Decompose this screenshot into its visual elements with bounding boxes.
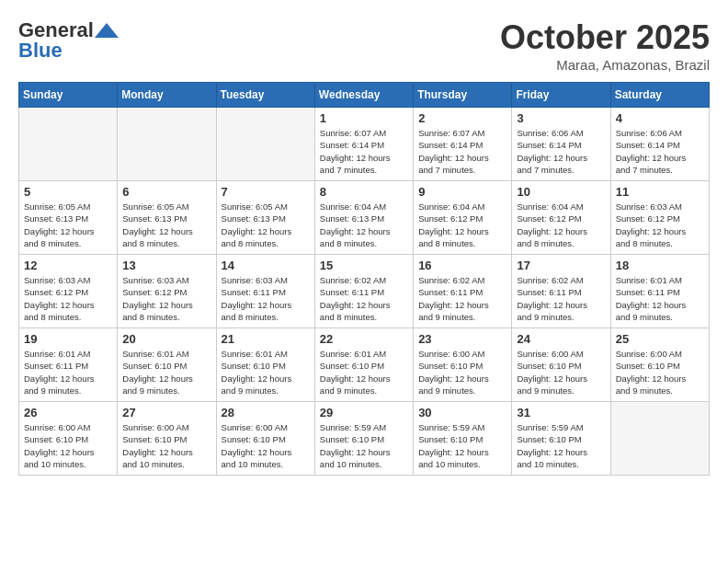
day-number: 31: [517, 406, 605, 419]
col-friday: Friday: [512, 83, 610, 108]
col-saturday: Saturday: [610, 83, 709, 108]
table-row: 18Sunrise: 6:01 AM Sunset: 6:11 PM Dayli…: [610, 255, 709, 328]
calendar-week-row: 12Sunrise: 6:03 AM Sunset: 6:12 PM Dayli…: [19, 255, 710, 328]
day-info: Sunrise: 6:02 AM Sunset: 6:11 PM Dayligh…: [517, 274, 605, 323]
day-number: 10: [517, 185, 605, 199]
day-number: 2: [418, 111, 506, 125]
col-wednesday: Wednesday: [314, 83, 413, 108]
day-number: 17: [517, 259, 605, 272]
day-info: Sunrise: 6:01 AM Sunset: 6:10 PM Dayligh…: [320, 348, 408, 396]
day-number: 27: [122, 406, 210, 419]
day-info: Sunrise: 5:59 AM Sunset: 6:10 PM Dayligh…: [320, 421, 408, 470]
day-info: Sunrise: 6:06 AM Sunset: 6:14 PM Dayligh…: [616, 127, 704, 176]
day-number: 15: [320, 259, 408, 272]
location: Maraa, Amazonas, Brazil: [500, 57, 710, 73]
table-row: 9Sunrise: 6:04 AM Sunset: 6:12 PM Daylig…: [414, 181, 512, 255]
day-info: Sunrise: 6:05 AM Sunset: 6:13 PM Dayligh…: [24, 201, 112, 249]
day-number: 13: [122, 259, 210, 272]
day-info: Sunrise: 6:04 AM Sunset: 6:12 PM Dayligh…: [517, 201, 605, 249]
day-info: Sunrise: 6:02 AM Sunset: 6:11 PM Dayligh…: [418, 274, 506, 323]
day-info: Sunrise: 6:06 AM Sunset: 6:14 PM Dayligh…: [517, 127, 605, 176]
day-info: Sunrise: 6:00 AM Sunset: 6:10 PM Dayligh…: [24, 421, 112, 470]
table-row: 20Sunrise: 6:01 AM Sunset: 6:10 PM Dayli…: [118, 328, 216, 402]
calendar-week-row: 19Sunrise: 6:01 AM Sunset: 6:11 PM Dayli…: [19, 328, 710, 402]
table-row: 6Sunrise: 6:05 AM Sunset: 6:13 PM Daylig…: [118, 181, 216, 255]
day-info: Sunrise: 6:00 AM Sunset: 6:10 PM Dayligh…: [122, 421, 210, 470]
table-row: 21Sunrise: 6:01 AM Sunset: 6:10 PM Dayli…: [216, 328, 314, 402]
table-row: 24Sunrise: 6:00 AM Sunset: 6:10 PM Dayli…: [512, 328, 610, 402]
day-number: 5: [24, 185, 112, 199]
month-title: October 2025: [500, 18, 710, 57]
day-number: 9: [418, 185, 506, 199]
logo: General Blue: [18, 18, 119, 63]
day-info: Sunrise: 6:03 AM Sunset: 6:11 PM Dayligh…: [222, 274, 310, 323]
table-row: [610, 402, 709, 476]
day-info: Sunrise: 6:01 AM Sunset: 6:10 PM Dayligh…: [222, 348, 310, 396]
day-info: Sunrise: 6:07 AM Sunset: 6:14 PM Dayligh…: [320, 127, 408, 176]
day-number: 14: [222, 259, 310, 272]
col-thursday: Thursday: [414, 83, 512, 108]
title-area: October 2025 Maraa, Amazonas, Brazil: [500, 18, 710, 73]
table-row: 8Sunrise: 6:04 AM Sunset: 6:13 PM Daylig…: [314, 181, 413, 255]
table-row: 11Sunrise: 6:03 AM Sunset: 6:12 PM Dayli…: [610, 181, 709, 255]
day-info: Sunrise: 6:04 AM Sunset: 6:12 PM Dayligh…: [418, 201, 506, 249]
logo-blue-text: Blue: [18, 39, 63, 63]
day-info: Sunrise: 6:01 AM Sunset: 6:11 PM Dayligh…: [616, 274, 704, 323]
day-number: 16: [418, 259, 506, 272]
day-info: Sunrise: 6:02 AM Sunset: 6:11 PM Dayligh…: [320, 274, 408, 323]
day-info: Sunrise: 6:04 AM Sunset: 6:13 PM Dayligh…: [320, 201, 408, 249]
day-info: Sunrise: 6:00 AM Sunset: 6:10 PM Dayligh…: [222, 421, 310, 470]
table-row: 15Sunrise: 6:02 AM Sunset: 6:11 PM Dayli…: [314, 255, 413, 328]
table-row: 26Sunrise: 6:00 AM Sunset: 6:10 PM Dayli…: [19, 402, 118, 476]
table-row: 1Sunrise: 6:07 AM Sunset: 6:14 PM Daylig…: [314, 108, 413, 181]
table-row: 2Sunrise: 6:07 AM Sunset: 6:14 PM Daylig…: [414, 108, 512, 181]
table-row: 12Sunrise: 6:03 AM Sunset: 6:12 PM Dayli…: [19, 255, 118, 328]
col-tuesday: Tuesday: [216, 83, 314, 108]
day-number: 3: [517, 111, 605, 125]
table-row: 19Sunrise: 6:01 AM Sunset: 6:11 PM Dayli…: [19, 328, 118, 402]
table-row: 25Sunrise: 6:00 AM Sunset: 6:10 PM Dayli…: [610, 328, 709, 402]
table-row: 22Sunrise: 6:01 AM Sunset: 6:10 PM Dayli…: [314, 328, 413, 402]
table-row: 27Sunrise: 6:00 AM Sunset: 6:10 PM Dayli…: [118, 402, 216, 476]
day-number: 26: [24, 406, 112, 419]
page-header: General Blue October 2025 Maraa, Amazona…: [18, 18, 710, 73]
day-number: 24: [517, 332, 605, 346]
day-info: Sunrise: 6:03 AM Sunset: 6:12 PM Dayligh…: [24, 274, 112, 323]
day-number: 8: [320, 185, 408, 199]
table-row: 29Sunrise: 5:59 AM Sunset: 6:10 PM Dayli…: [314, 402, 413, 476]
logo-icon: [95, 23, 119, 38]
day-number: 30: [418, 406, 506, 419]
table-row: 3Sunrise: 6:06 AM Sunset: 6:14 PM Daylig…: [512, 108, 610, 181]
day-info: Sunrise: 6:00 AM Sunset: 6:10 PM Dayligh…: [616, 348, 704, 396]
day-number: 29: [320, 406, 408, 419]
table-row: 31Sunrise: 5:59 AM Sunset: 6:10 PM Dayli…: [512, 402, 610, 476]
table-row: 10Sunrise: 6:04 AM Sunset: 6:12 PM Dayli…: [512, 181, 610, 255]
day-number: 23: [418, 332, 506, 346]
table-row: 13Sunrise: 6:03 AM Sunset: 6:12 PM Dayli…: [118, 255, 216, 328]
day-info: Sunrise: 6:03 AM Sunset: 6:12 PM Dayligh…: [122, 274, 210, 323]
calendar-week-row: 26Sunrise: 6:00 AM Sunset: 6:10 PM Dayli…: [19, 402, 710, 476]
table-row: 17Sunrise: 6:02 AM Sunset: 6:11 PM Dayli…: [512, 255, 610, 328]
day-number: 25: [616, 332, 704, 346]
col-monday: Monday: [118, 83, 216, 108]
day-info: Sunrise: 6:00 AM Sunset: 6:10 PM Dayligh…: [418, 348, 506, 396]
day-info: Sunrise: 5:59 AM Sunset: 6:10 PM Dayligh…: [517, 421, 605, 470]
day-info: Sunrise: 6:00 AM Sunset: 6:10 PM Dayligh…: [517, 348, 605, 396]
day-number: 22: [320, 332, 408, 346]
table-row: [216, 108, 314, 181]
calendar-week-row: 1Sunrise: 6:07 AM Sunset: 6:14 PM Daylig…: [19, 108, 710, 181]
day-number: 4: [616, 111, 704, 125]
calendar-week-row: 5Sunrise: 6:05 AM Sunset: 6:13 PM Daylig…: [19, 181, 710, 255]
table-row: 16Sunrise: 6:02 AM Sunset: 6:11 PM Dayli…: [414, 255, 512, 328]
day-info: Sunrise: 6:01 AM Sunset: 6:10 PM Dayligh…: [122, 348, 210, 396]
day-number: 12: [24, 259, 112, 272]
day-number: 19: [24, 332, 112, 346]
day-info: Sunrise: 6:07 AM Sunset: 6:14 PM Dayligh…: [418, 127, 506, 176]
table-row: 23Sunrise: 6:00 AM Sunset: 6:10 PM Dayli…: [414, 328, 512, 402]
day-info: Sunrise: 6:05 AM Sunset: 6:13 PM Dayligh…: [222, 201, 310, 249]
calendar-table: Sunday Monday Tuesday Wednesday Thursday…: [18, 82, 710, 476]
table-row: 28Sunrise: 6:00 AM Sunset: 6:10 PM Dayli…: [216, 402, 314, 476]
col-sunday: Sunday: [19, 83, 118, 108]
table-row: [19, 108, 118, 181]
table-row: 4Sunrise: 6:06 AM Sunset: 6:14 PM Daylig…: [610, 108, 709, 181]
